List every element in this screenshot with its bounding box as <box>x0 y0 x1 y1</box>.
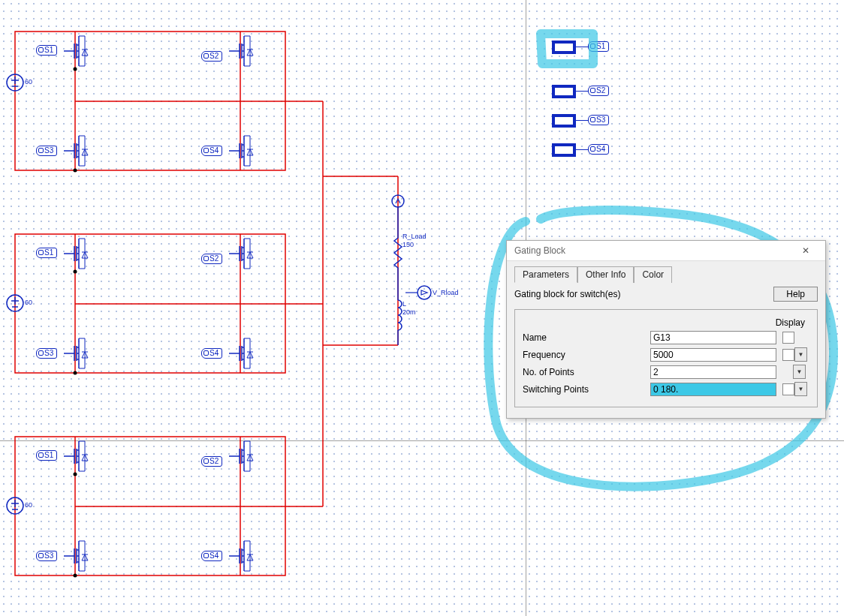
sw-label[interactable]: S4 <box>201 146 222 156</box>
sw-label[interactable]: S1 <box>36 248 57 258</box>
svg-point-36 <box>74 68 77 71</box>
sw-label[interactable]: S2 <box>201 51 222 62</box>
parameter-group: Display Name Frequency ▼ No. of Points ▼… <box>514 309 818 407</box>
dc-value: 60 <box>25 501 32 509</box>
gating-target[interactable]: S2 <box>588 86 609 96</box>
dialog-titlebar[interactable]: Gating Block ✕ <box>507 241 825 261</box>
gating-block[interactable] <box>552 143 576 157</box>
sw-label[interactable]: S3 <box>36 348 57 359</box>
input-name[interactable] <box>650 331 776 344</box>
row-name: Name <box>523 331 809 344</box>
dialog-description: Gating block for switch(es) <box>514 289 620 299</box>
svg-point-38 <box>74 270 77 274</box>
dialog-title: Gating Block <box>514 245 565 256</box>
gating-target[interactable]: S1 <box>588 41 609 52</box>
close-icon[interactable]: ✕ <box>791 242 821 260</box>
sw-label[interactable]: S2 <box>201 456 222 467</box>
l-name: L <box>402 300 406 308</box>
label-npoints: No. of Points <box>523 367 650 377</box>
svg-point-39 <box>74 371 77 375</box>
dc-value: 60 <box>25 299 32 306</box>
help-button[interactable]: Help <box>773 287 818 302</box>
sw-label[interactable]: S4 <box>201 348 222 359</box>
gating-block[interactable] <box>552 114 576 128</box>
sw-label[interactable]: S1 <box>36 45 57 56</box>
tab-color[interactable]: Color <box>634 266 672 283</box>
label-swpoints: Switching Points <box>523 384 650 395</box>
svg-point-37 <box>74 169 77 173</box>
sw-label[interactable]: S1 <box>36 450 57 461</box>
input-npoints[interactable] <box>650 365 776 379</box>
gating-block[interactable] <box>552 85 576 98</box>
input-frequency[interactable] <box>650 348 776 362</box>
gating-target[interactable]: S4 <box>588 144 609 155</box>
tab-other-info[interactable]: Other Info <box>577 266 634 283</box>
display-checkbox[interactable] <box>782 349 794 361</box>
chevron-down-icon[interactable]: ▼ <box>794 347 807 362</box>
label-frequency: Frequency <box>523 350 650 360</box>
sw-label[interactable]: S3 <box>36 551 57 561</box>
sw-label[interactable]: S2 <box>201 254 222 264</box>
row-frequency: Frequency ▼ <box>523 347 809 362</box>
sw-label[interactable]: S3 <box>36 146 57 156</box>
row-switching-points: Switching Points ▼ <box>523 382 809 396</box>
v-probe-name: V_Rload <box>433 289 459 296</box>
svg-point-41 <box>74 574 77 578</box>
label-name: Name <box>523 332 650 343</box>
r-value: 150 <box>402 241 414 248</box>
gating-block-dialog[interactable]: Gating Block ✕ Parameters Other Info Col… <box>506 240 826 419</box>
display-checkbox[interactable] <box>782 332 794 344</box>
display-header: Display <box>523 317 809 328</box>
dialog-tabs: Parameters Other Info Color <box>514 266 818 282</box>
input-switching-points[interactable] <box>650 383 776 396</box>
dc-value: 60 <box>25 78 32 86</box>
r-name: R_Load <box>402 233 427 240</box>
gating-block[interactable] <box>552 41 576 54</box>
row-npoints: No. of Points ▼ <box>523 365 809 379</box>
svg-point-40 <box>74 473 77 476</box>
tab-parameters[interactable]: Parameters <box>514 266 577 283</box>
sw-label[interactable]: S4 <box>201 551 222 561</box>
l-value: 20m <box>402 308 416 316</box>
display-checkbox[interactable] <box>782 383 794 395</box>
chevron-down-icon[interactable]: ▼ <box>793 365 806 379</box>
gating-target[interactable]: S3 <box>588 115 609 125</box>
chevron-down-icon[interactable]: ▼ <box>794 382 807 396</box>
